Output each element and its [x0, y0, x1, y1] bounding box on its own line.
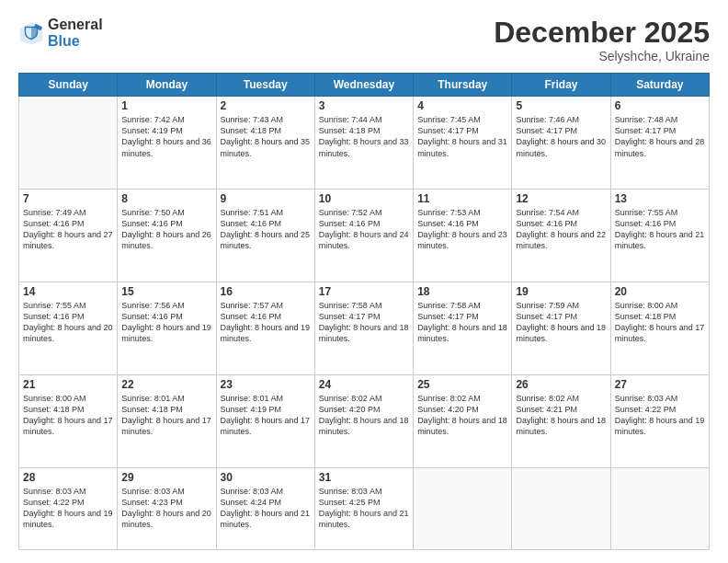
page: General Blue December 2025 Selyshche, Uk…: [0, 0, 728, 563]
table-row: 25 Sunrise: 8:02 AM Sunset: 4:20 PM Dayl…: [414, 374, 512, 467]
cell-info: Sunrise: 7:56 AM Sunset: 4:16 PM Dayligh…: [121, 300, 211, 345]
sunset-text: Sunset: 4:22 PM: [23, 498, 85, 507]
daylight-text: Daylight: 8 hours and 18 minutes.: [319, 416, 409, 436]
table-row: 12 Sunrise: 7:54 AM Sunset: 4:16 PM Dayl…: [512, 190, 610, 282]
table-row: 10 Sunrise: 7:52 AM Sunset: 4:16 PM Dayl…: [314, 190, 413, 282]
day-number: 5: [516, 99, 606, 112]
table-row: 2 Sunrise: 7:43 AM Sunset: 4:18 PM Dayli…: [216, 97, 314, 190]
sunset-text: Sunset: 4:17 PM: [615, 126, 677, 135]
cell-info: Sunrise: 7:54 AM Sunset: 4:16 PM Dayligh…: [516, 207, 606, 252]
sunset-text: Sunset: 4:19 PM: [221, 405, 282, 414]
cell-info: Sunrise: 8:02 AM Sunset: 4:20 PM Dayligh…: [319, 393, 409, 438]
daylight-text: Daylight: 8 hours and 30 minutes.: [516, 137, 606, 157]
sunset-text: Sunset: 4:16 PM: [221, 219, 282, 228]
table-row: [512, 467, 610, 549]
sunrise-text: Sunrise: 8:01 AM: [121, 394, 185, 403]
table-row: 5 Sunrise: 7:46 AM Sunset: 4:17 PM Dayli…: [512, 97, 610, 190]
sunset-text: Sunset: 4:16 PM: [221, 312, 282, 321]
sunrise-text: Sunrise: 7:49 AM: [23, 208, 86, 217]
sunset-text: Sunset: 4:16 PM: [23, 219, 85, 228]
cell-info: Sunrise: 7:57 AM Sunset: 4:16 PM Dayligh…: [221, 300, 311, 345]
cell-info: Sunrise: 7:50 AM Sunset: 4:16 PM Dayligh…: [121, 207, 211, 252]
daylight-text: Daylight: 8 hours and 18 minutes.: [516, 416, 606, 436]
daylight-text: Daylight: 8 hours and 22 minutes.: [516, 230, 606, 250]
table-row: 16 Sunrise: 7:57 AM Sunset: 4:16 PM Dayl…: [216, 282, 314, 374]
sunrise-text: Sunrise: 8:03 AM: [23, 487, 86, 496]
daylight-text: Daylight: 8 hours and 24 minutes.: [319, 230, 409, 250]
daylight-text: Daylight: 8 hours and 35 minutes.: [221, 137, 311, 157]
month-title: December 2025: [494, 17, 710, 49]
logo: General Blue: [18, 17, 103, 49]
sunset-text: Sunset: 4:17 PM: [319, 312, 381, 321]
table-row: 27 Sunrise: 8:03 AM Sunset: 4:22 PM Dayl…: [610, 374, 709, 467]
sunset-text: Sunset: 4:16 PM: [516, 219, 577, 228]
cell-info: Sunrise: 7:58 AM Sunset: 4:17 PM Dayligh…: [319, 300, 409, 345]
sunset-text: Sunset: 4:18 PM: [121, 405, 183, 414]
sunset-text: Sunset: 4:18 PM: [221, 126, 282, 135]
table-row: 24 Sunrise: 8:02 AM Sunset: 4:20 PM Dayl…: [314, 374, 413, 467]
daylight-text: Daylight: 8 hours and 18 minutes.: [417, 416, 507, 436]
table-row: [414, 467, 512, 549]
daylight-text: Daylight: 8 hours and 19 minutes.: [23, 509, 113, 529]
calendar-week-row: 28 Sunrise: 8:03 AM Sunset: 4:22 PM Dayl…: [19, 467, 710, 549]
calendar-week-row: 14 Sunrise: 7:55 AM Sunset: 4:16 PM Dayl…: [19, 282, 710, 374]
cell-info: Sunrise: 7:48 AM Sunset: 4:17 PM Dayligh…: [615, 114, 705, 159]
calendar-week-row: 21 Sunrise: 8:00 AM Sunset: 4:18 PM Dayl…: [19, 374, 710, 467]
cell-info: Sunrise: 7:49 AM Sunset: 4:16 PM Dayligh…: [23, 207, 113, 252]
sunset-text: Sunset: 4:21 PM: [516, 405, 577, 414]
cell-info: Sunrise: 7:53 AM Sunset: 4:16 PM Dayligh…: [417, 207, 507, 252]
cell-info: Sunrise: 8:03 AM Sunset: 4:22 PM Dayligh…: [615, 393, 705, 438]
sunrise-text: Sunrise: 7:58 AM: [417, 301, 481, 310]
day-number: 21: [23, 378, 113, 391]
sunset-text: Sunset: 4:16 PM: [615, 219, 677, 228]
cell-info: Sunrise: 8:00 AM Sunset: 4:18 PM Dayligh…: [23, 393, 113, 438]
table-row: 22 Sunrise: 8:01 AM Sunset: 4:18 PM Dayl…: [118, 374, 216, 467]
daylight-text: Daylight: 8 hours and 17 minutes.: [23, 416, 113, 436]
sunrise-text: Sunrise: 8:03 AM: [615, 394, 678, 403]
sunrise-text: Sunrise: 7:54 AM: [516, 208, 579, 217]
daylight-text: Daylight: 8 hours and 19 minutes.: [615, 416, 705, 436]
header-monday: Monday: [118, 74, 216, 97]
logo-general-text: General: [48, 17, 103, 33]
sunrise-text: Sunrise: 7:46 AM: [516, 115, 579, 124]
day-number: 19: [516, 285, 606, 298]
cell-info: Sunrise: 7:43 AM Sunset: 4:18 PM Dayligh…: [221, 114, 311, 159]
daylight-text: Daylight: 8 hours and 28 minutes.: [615, 137, 705, 157]
day-number: 27: [615, 378, 705, 391]
sunset-text: Sunset: 4:25 PM: [319, 498, 381, 507]
table-row: [19, 97, 118, 190]
table-row: 29 Sunrise: 8:03 AM Sunset: 4:23 PM Dayl…: [118, 467, 216, 549]
cell-info: Sunrise: 7:51 AM Sunset: 4:16 PM Dayligh…: [221, 207, 311, 252]
sunrise-text: Sunrise: 8:03 AM: [221, 487, 284, 496]
day-number: 18: [417, 285, 507, 298]
day-number: 14: [23, 285, 113, 298]
sunset-text: Sunset: 4:22 PM: [615, 405, 677, 414]
sunset-text: Sunset: 4:17 PM: [516, 126, 577, 135]
calendar-header-row: Sunday Monday Tuesday Wednesday Thursday…: [19, 74, 710, 97]
header-friday: Friday: [512, 74, 610, 97]
cell-info: Sunrise: 8:01 AM Sunset: 4:18 PM Dayligh…: [121, 393, 211, 438]
sunset-text: Sunset: 4:16 PM: [121, 312, 183, 321]
sunrise-text: Sunrise: 7:56 AM: [121, 301, 185, 310]
sunrise-text: Sunrise: 7:53 AM: [417, 208, 481, 217]
daylight-text: Daylight: 8 hours and 18 minutes.: [417, 323, 507, 343]
day-number: 24: [319, 378, 409, 391]
table-row: 15 Sunrise: 7:56 AM Sunset: 4:16 PM Dayl…: [118, 282, 216, 374]
sunrise-text: Sunrise: 7:48 AM: [615, 115, 678, 124]
sunrise-text: Sunrise: 8:03 AM: [121, 487, 185, 496]
header-wednesday: Wednesday: [314, 74, 413, 97]
logo-text: General Blue: [48, 17, 103, 49]
daylight-text: Daylight: 8 hours and 17 minutes.: [615, 323, 705, 343]
table-row: 20 Sunrise: 8:00 AM Sunset: 4:18 PM Dayl…: [610, 282, 709, 374]
sunset-text: Sunset: 4:18 PM: [23, 405, 85, 414]
sunrise-text: Sunrise: 7:51 AM: [221, 208, 284, 217]
sunrise-text: Sunrise: 8:03 AM: [319, 487, 382, 496]
day-number: 16: [221, 285, 311, 298]
day-number: 25: [417, 378, 507, 391]
day-number: 28: [23, 471, 113, 484]
table-row: 26 Sunrise: 8:02 AM Sunset: 4:21 PM Dayl…: [512, 374, 610, 467]
sunset-text: Sunset: 4:18 PM: [319, 126, 381, 135]
logo-blue-text: Blue: [48, 33, 103, 50]
sunset-text: Sunset: 4:16 PM: [417, 219, 479, 228]
day-number: 7: [23, 192, 113, 205]
